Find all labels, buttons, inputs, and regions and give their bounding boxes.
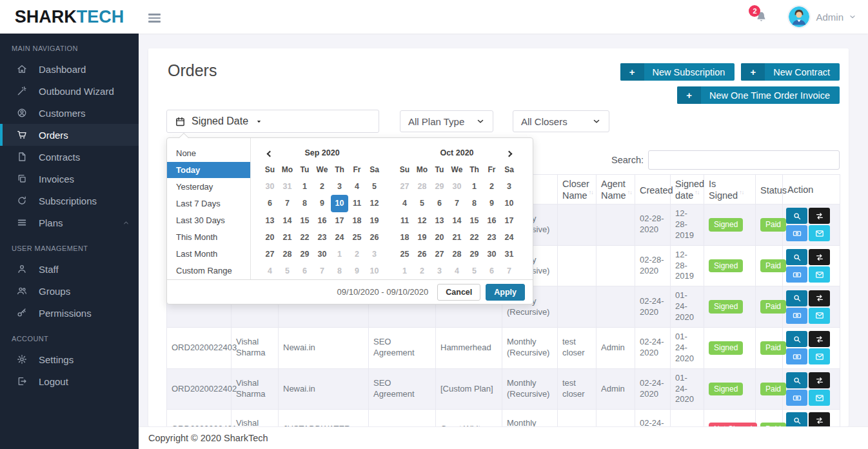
calendar-day[interactable]: 19: [413, 229, 431, 246]
range-preset-yesterday[interactable]: Yesterday: [167, 179, 250, 195]
calendar-day[interactable]: 22: [466, 229, 483, 246]
range-preset-last-30-days[interactable]: Last 30 Days: [167, 212, 250, 228]
sidebar-item-groups[interactable]: Groups: [0, 280, 139, 302]
payment-button[interactable]: [786, 225, 807, 241]
calendar-next-icon[interactable]: [506, 151, 513, 157]
sidebar-item-staff[interactable]: Staff: [0, 258, 139, 280]
calendar-day[interactable]: 4: [396, 195, 413, 212]
calendar-day[interactable]: 25: [396, 246, 413, 263]
column-header-status[interactable]: Status↑↓: [756, 175, 783, 205]
sidebar-item-orders[interactable]: Orders: [0, 124, 139, 146]
user-menu[interactable]: Admin: [787, 5, 856, 28]
calendar-day[interactable]: 2: [313, 178, 331, 195]
calendar-day[interactable]: 23: [483, 229, 500, 246]
column-header-created[interactable]: Created↑↓: [635, 175, 671, 205]
calendar-day[interactable]: 29: [296, 246, 313, 263]
email-button[interactable]: [809, 308, 830, 324]
calendar-day[interactable]: 31: [500, 246, 518, 263]
plan-type-select[interactable]: All Plan Type: [400, 110, 493, 132]
calendar-day[interactable]: 21: [279, 229, 296, 246]
calendar-day[interactable]: 15: [466, 212, 483, 229]
column-header-is-signed[interactable]: Is Signed↑↓: [704, 175, 756, 205]
calendar-day[interactable]: 13: [431, 212, 448, 229]
view-order-button[interactable]: [786, 290, 807, 306]
calendar-day[interactable]: 20: [431, 229, 448, 246]
email-button[interactable]: [809, 266, 830, 283]
signed-date-filter-button[interactable]: Signed Date: [166, 110, 379, 133]
payment-button[interactable]: [786, 266, 807, 283]
calendar-day[interactable]: 11: [396, 212, 413, 229]
column-header-closer-name[interactable]: Closer Name↑↓: [558, 175, 597, 205]
new-one-time-order-invoice-button[interactable]: +New One Time Order Invoice: [677, 86, 840, 104]
exchange-button[interactable]: [809, 249, 830, 265]
view-order-button[interactable]: [786, 331, 807, 347]
calendar-day[interactable]: 11: [348, 195, 366, 212]
sidebar-item-settings[interactable]: Settings: [0, 348, 139, 370]
exchange-button[interactable]: [809, 290, 830, 306]
sidebar-item-customers[interactable]: Customers: [0, 102, 139, 124]
view-order-button[interactable]: [786, 412, 807, 426]
calendar-day[interactable]: 7: [279, 195, 296, 212]
sidebar-item-outbound-wizard[interactable]: Outbound Wizard: [0, 80, 139, 102]
email-button[interactable]: [809, 225, 830, 241]
sidebar-item-logout[interactable]: Logout: [0, 370, 139, 392]
calendar-day[interactable]: 25: [348, 229, 366, 246]
exchange-button[interactable]: [809, 372, 830, 388]
calendar-day[interactable]: 3: [331, 178, 348, 195]
menu-toggle-icon[interactable]: [148, 12, 161, 25]
calendar-day[interactable]: 18: [348, 212, 366, 229]
calendar-day[interactable]: 2: [483, 178, 500, 195]
range-preset-custom-range[interactable]: Custom Range: [167, 263, 250, 279]
calendar-day[interactable]: 14: [448, 212, 466, 229]
sidebar-item-plans[interactable]: Plans: [0, 212, 139, 234]
calendar-day[interactable]: 12: [366, 195, 383, 212]
exchange-button[interactable]: [809, 208, 830, 224]
calendar-day[interactable]: 7: [448, 195, 466, 212]
calendar-day[interactable]: 9: [483, 195, 500, 212]
calendar-day[interactable]: 30: [313, 246, 331, 263]
payment-button[interactable]: [786, 308, 807, 324]
calendar-day[interactable]: 8: [296, 195, 313, 212]
calendar-day[interactable]: 21: [448, 229, 466, 246]
notifications-button[interactable]: 2: [755, 10, 768, 24]
calendar-day[interactable]: 26: [413, 246, 431, 263]
calendar-day[interactable]: 26: [366, 229, 383, 246]
sidebar-item-invoices[interactable]: Invoices: [0, 168, 139, 190]
calendar-day[interactable]: 1: [296, 178, 313, 195]
calendar-day[interactable]: 5: [366, 178, 383, 195]
range-preset-today[interactable]: Today: [167, 162, 250, 178]
range-preset-none[interactable]: None: [167, 145, 250, 161]
calendar-day[interactable]: 12: [413, 212, 431, 229]
calendar-day[interactable]: 19: [366, 212, 383, 229]
search-input[interactable]: [648, 150, 840, 170]
range-preset-last-7-days[interactable]: Last 7 Days: [167, 195, 250, 212]
range-preset-last-month[interactable]: Last Month: [167, 246, 250, 262]
calendar-day[interactable]: 18: [396, 229, 413, 246]
calendar-prev-icon[interactable]: [267, 151, 273, 157]
view-order-button[interactable]: [786, 372, 807, 388]
closers-select[interactable]: All Closers: [513, 110, 609, 132]
email-button[interactable]: [809, 390, 830, 406]
calendar-day[interactable]: 8: [466, 195, 483, 212]
calendar-day[interactable]: 29: [466, 246, 483, 263]
calendar-day[interactable]: 17: [331, 212, 348, 229]
calendar-day[interactable]: 9: [313, 195, 331, 212]
cancel-button[interactable]: Cancel: [437, 284, 480, 301]
calendar-day[interactable]: 1: [466, 178, 483, 195]
calendar-day[interactable]: 16: [313, 212, 331, 229]
calendar-day[interactable]: 6: [261, 195, 279, 212]
view-order-button[interactable]: [786, 208, 807, 224]
column-header-agent-name[interactable]: Agent Name↑↓: [597, 175, 635, 205]
calendar-day[interactable]: 10: [500, 195, 518, 212]
calendar-day[interactable]: 24: [500, 229, 518, 246]
sidebar-item-permissions[interactable]: Permissions: [0, 302, 139, 324]
calendar-day[interactable]: 28: [279, 246, 296, 263]
calendar-day[interactable]: 23: [313, 229, 331, 246]
sidebar-item-subscriptions[interactable]: Subscriptions: [0, 190, 139, 212]
calendar-day[interactable]: 6: [431, 195, 448, 212]
new-subscription-button[interactable]: +New Subscription: [620, 63, 735, 81]
range-preset-this-month[interactable]: This Month: [167, 229, 250, 245]
calendar-day[interactable]: 17: [500, 212, 518, 229]
exchange-button[interactable]: [809, 331, 830, 347]
payment-button[interactable]: [786, 390, 807, 406]
